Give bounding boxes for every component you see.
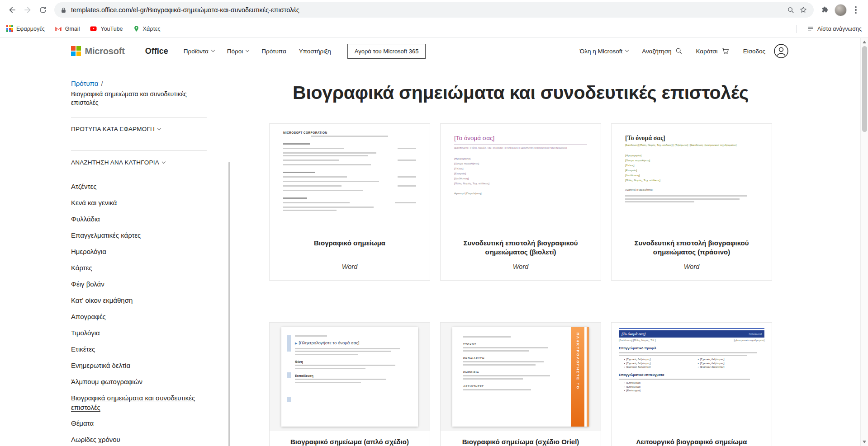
sidebar-item-themes[interactable]: Θέματα — [71, 415, 207, 432]
template-card-resume-simple[interactable]: ▶[Πληκτρολογήστε το όνομά σας] Θέση Εκπα… — [269, 322, 430, 446]
reading-list-button[interactable]: Λίστα ανάγνωσης — [807, 25, 862, 33]
sidebar-item-business-cards[interactable]: Επαγγελματικές κάρτες — [71, 227, 207, 244]
sign-in-button[interactable]: Είσοδος — [743, 43, 789, 59]
sidebar-item-invoices[interactable]: Τιμολόγια — [71, 325, 207, 341]
template-info: Βιογραφικό σημείωμα (σχέδιο Oriel) — [441, 431, 601, 446]
search-icon — [672, 47, 683, 55]
star-icon[interactable] — [799, 6, 807, 14]
cart-button[interactable]: Καρότσι — [696, 47, 730, 55]
template-card-cover-letter-violet[interactable]: [Το όνομά σας] [Διεύθυνση] | [Πόλη, Νομό… — [440, 123, 601, 281]
template-title: Συνοδευτική επιστολή βιογραφικού σημειώμ… — [452, 239, 589, 257]
office-logo[interactable]: Office — [145, 47, 168, 56]
sidebar-item-flyers[interactable]: Φέιγ βολάν — [71, 276, 207, 292]
microsoft-logo[interactable]: Microsoft — [71, 46, 125, 56]
zoom-icon[interactable] — [787, 6, 795, 14]
sidebar-item-brochures[interactable]: Φυλλάδια — [71, 211, 207, 227]
doc-section-heading: ΣΤΟΧΟΣ — [463, 343, 566, 346]
doc-vertical-text: ΠΛΗΚΤΡΟΛΟΓΗΣΤΕ ΤΟ — [576, 327, 580, 427]
sidebar-item-timelines[interactable]: Λωρίδες χρόνου — [71, 432, 207, 446]
bookmark-label: Εφαρμογές — [16, 26, 45, 32]
sidebar-item-photo-albums[interactable]: Άλμπουμ φωτογραφιών — [71, 374, 207, 390]
doc-section-heading: Εκπαίδευση — [295, 374, 409, 377]
section-templates-by-app[interactable]: ΠΡΟΤΥΠΑ ΚΑΤΑ ΕΦΑΡΜΟΓΗ — [71, 117, 207, 141]
doc-name-placeholder: [Το όνομά σας] — [454, 135, 587, 145]
doc-salutation: Αγαπητέ [Παραλήπτη]: — [454, 192, 587, 195]
url-text: templates.office.com/el-gr/Βιογραφικά-ση… — [71, 6, 783, 14]
template-card-resume-oriel[interactable]: ΣΤΟΧΟΣ ΕΚΠΑΙΔΕΥΣΗ ΕΜΠΕΙΡΙΑ ΔΕΞΙΟΤΗΤΕΣ — [440, 322, 601, 446]
template-card-resume[interactable]: MICROSOFT CORPORATION — [269, 123, 430, 281]
youtube-icon — [90, 25, 97, 33]
template-card-cover-letter-green[interactable]: [Το όνομά σας] [Διεύθυνση] [Πόλη, Νομός,… — [611, 123, 772, 281]
chevron-down-icon — [162, 160, 166, 163]
header-right-nav: Όλη η Microsoft Αναζήτηση Καρότσι Είσοδο… — [580, 43, 789, 59]
sidebar-item-inventories[interactable]: Απογραφές — [71, 309, 207, 325]
reload-button[interactable] — [35, 2, 51, 18]
extensions-puzzle-icon — [821, 6, 829, 14]
reading-list-icon — [807, 25, 814, 33]
sidebar-item-resumes-selected[interactable]: Βιογραφικά σημειώματα και συνοδευτικές ε… — [71, 390, 202, 415]
profile-button[interactable] — [833, 2, 848, 18]
account-person-icon — [770, 43, 789, 59]
doc-recipient-block: [Ημερομηνία] [Όνομα παραλήπτη] [Τίτλος] … — [454, 156, 587, 186]
forward-icon — [23, 5, 32, 14]
breadcrumb: Πρότυπα/ Βιογραφικά σημειώματα και συνοδ… — [71, 80, 207, 107]
sidebar: Πρότυπα/ Βιογραφικά σημειώματα και συνοδ… — [71, 64, 207, 446]
section-search-by-category[interactable]: ΑΝΑΖΗΤΗΣΗ ΑΝΑ ΚΑΤΗΓΟΡΙΑ — [71, 151, 207, 174]
chevron-down-icon — [625, 48, 629, 52]
back-icon — [8, 5, 17, 14]
chevron-down-icon — [157, 126, 161, 130]
nav-support[interactable]: Υποστήριξη — [299, 48, 331, 55]
address-bar[interactable]: templates.office.com/el-gr/Βιογραφικά-ση… — [54, 2, 814, 18]
sidebar-item-agendas[interactable]: Ατζέντες — [71, 178, 207, 195]
breadcrumb-templates-link[interactable]: Πρότυπα — [71, 80, 98, 87]
browser-toolbar: templates.office.com/el-gr/Βιογραφικά-ση… — [0, 0, 868, 20]
sidebar-item-cards[interactable]: Κάρτες — [71, 260, 207, 276]
template-info: Λειτουργικό βιογραφικό σημείωμα (Σχεδίασ… — [612, 431, 772, 446]
all-microsoft-menu[interactable]: Όλη η Microsoft — [580, 48, 628, 55]
nav-resources[interactable]: Πόροι — [227, 48, 249, 55]
profile-avatar — [835, 4, 847, 16]
bookmarks-separator — [797, 25, 797, 33]
scrollbar-thumb[interactable] — [862, 46, 867, 132]
doc-salutation: Αγαπητέ [Παραλήπτη]: — [625, 188, 758, 191]
bookmark-youtube[interactable]: YouTube — [90, 25, 123, 33]
doc-section-heading: ΕΚΠΑΙΔΕΥΣΗ — [463, 357, 566, 360]
sidebar-item-newsletters[interactable]: Ενημερωτικά δελτία — [71, 357, 207, 374]
buy-microsoft-365-button[interactable]: Αγορά του Microsoft 365 — [347, 44, 426, 59]
template-card-resume-functional[interactable]: [Το όνομά σας] [τηλέφωνο] [Διεύθυνση] [Π… — [611, 322, 772, 446]
sidebar-item-calendars[interactable]: Ημερολόγια — [71, 244, 207, 260]
template-preview: MICROSOFT CORPORATION — [270, 124, 430, 232]
sidebar-item-labels[interactable]: Ετικέτες — [71, 341, 207, 357]
breadcrumb-separator: / — [101, 80, 103, 87]
bookmark-apps[interactable]: Εφαρμογές — [6, 25, 45, 32]
sidebar-item-home-learning[interactable]: Κατ' οίκον εκμάθηση — [71, 292, 207, 309]
maps-pin-icon — [133, 25, 140, 32]
page-scrollbar[interactable] — [860, 38, 868, 446]
sidebar-item-blank[interactable]: Κενά και γενικά — [71, 195, 207, 211]
extensions-button[interactable] — [817, 2, 833, 18]
site-nav: Προϊόντα Πόροι Πρότυπα Υποστήριξη — [184, 48, 331, 55]
chevron-down-icon — [211, 48, 215, 52]
search-button[interactable]: Αναζήτηση — [642, 47, 682, 55]
back-button[interactable] — [5, 2, 20, 18]
scroll-down-arrow[interactable] — [863, 441, 866, 443]
nav-products[interactable]: Προϊόντα — [184, 48, 214, 55]
apps-grid-icon — [6, 25, 13, 32]
doc-oriel-stripe: ΠΛΗΚΤΡΟΛΟΓΗΣΤΕ ΤΟ — [571, 327, 589, 427]
bookmark-maps[interactable]: Χάρτες — [133, 25, 161, 32]
sidebar-scrollbar[interactable] — [228, 162, 230, 446]
bookmark-gmail[interactable]: Gmail — [55, 25, 80, 33]
nav-templates[interactable]: Πρότυπα — [261, 48, 286, 55]
cover-letter-doc-mock: [Το όνομά σας] [Διεύθυνση] | [Πόλη, Νομό… — [441, 124, 601, 232]
template-preview: ▶[Πληκτρολογήστε το όνομά σας] Θέση Εκπα… — [270, 323, 430, 431]
browser-menu-button[interactable] — [848, 2, 863, 18]
scroll-up-arrow[interactable] — [863, 41, 866, 43]
template-title: Βιογραφικό σημείωμα (σχέδιο Oriel) — [452, 437, 589, 446]
doc-paragraph-skeleton — [625, 195, 758, 202]
bookmark-label: YouTube — [100, 26, 123, 32]
template-preview: [Το όνομά σας] [τηλέφωνο] [Διεύθυνση] [Π… — [612, 323, 772, 431]
template-info: Συνοδευτική επιστολή βιογραφικού σημειώμ… — [612, 232, 772, 280]
forward-button[interactable] — [20, 2, 35, 18]
header-divider — [135, 46, 135, 56]
cover-letter-doc-mock: [Το όνομά σας] [Διεύθυνση] [Πόλη, Νομός,… — [612, 124, 772, 232]
